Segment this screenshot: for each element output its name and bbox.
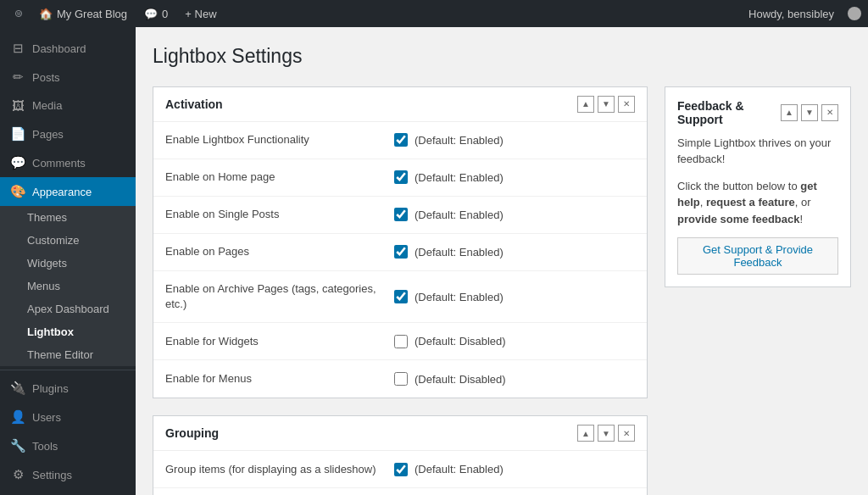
settings-icon: ⚙ — [10, 467, 25, 482]
activation-controls: ▲ ▼ ✕ — [577, 96, 635, 113]
feedback-title-text: Feedback & Support — [677, 99, 781, 126]
grouping-close-button[interactable]: ✕ — [618, 425, 635, 442]
appearance-submenu: Themes Customize Widgets Menus Apex Dash… — [0, 206, 136, 366]
default-text-enable-archive: (Default: Enabled) — [415, 291, 504, 303]
submenu-item-themes[interactable]: Themes — [0, 206, 136, 229]
activation-close-button[interactable]: ✕ — [618, 96, 635, 113]
checkbox-enable-single[interactable] — [394, 208, 408, 221]
site-name-text: My Great Blog — [57, 8, 127, 20]
setting-label-enable-archive: Enable on Archive Pages (tags, categorie… — [165, 281, 394, 312]
house-icon: 🏠 — [39, 8, 53, 20]
sidebar-item-comments[interactable]: 💬 Comments — [0, 148, 136, 177]
sidebar-item-label: Media — [32, 99, 62, 112]
feedback-title-row: Feedback & Support ▲ ▼ ✕ — [677, 99, 838, 126]
submenu-item-apex-dashboard[interactable]: Apex Dashboard — [0, 298, 136, 320]
setting-control-enable-home: (Default: Enabled) — [394, 170, 504, 184]
sidebar-item-label: Settings — [32, 469, 72, 481]
default-text-enable-single: (Default: Enabled) — [415, 209, 504, 221]
wp-logo[interactable]: W — [7, 0, 31, 27]
feedback-down-button[interactable]: ▼ — [801, 104, 818, 121]
setting-label-enable-home: Enable on Home page — [165, 170, 394, 185]
activation-up-button[interactable]: ▲ — [577, 96, 594, 113]
sidebar-item-settings[interactable]: ⚙ Settings — [0, 460, 136, 489]
sidebar-item-collapse[interactable]: « Collapse menu — [0, 489, 136, 495]
posts-icon: ✏ — [10, 70, 25, 85]
pages-icon: 📄 — [10, 126, 25, 142]
activation-down-button[interactable]: ▼ — [598, 96, 615, 113]
setting-row-enable-lightbox: Enable Lightbox Functionality (Default: … — [153, 122, 647, 159]
side-column: Feedback & Support ▲ ▼ ✕ Simple Lightbox… — [665, 86, 851, 288]
content-columns: Activation ▲ ▼ ✕ Enable Lightbox Functio… — [153, 86, 851, 495]
feedback-support-button[interactable]: Get Support & Provide Feedback — [677, 237, 838, 275]
wrap: Lightbox Settings Activation ▲ ▼ ✕ — [153, 44, 851, 495]
default-text-group-items: (Default: Enabled) — [415, 463, 504, 476]
sidebar-item-label: Comments — [32, 157, 86, 170]
submenu-item-customize[interactable]: Customize — [0, 229, 136, 252]
checkbox-enable-menus[interactable] — [394, 372, 408, 386]
new-label: + New — [185, 8, 216, 20]
setting-control-enable-widgets: (Default: Disabled) — [394, 335, 506, 348]
sidebar-item-users[interactable]: 👤 Users — [0, 403, 136, 431]
setting-label-enable-widgets: Enable for Widgets — [165, 334, 394, 349]
sidebar-item-tools[interactable]: 🔧 Tools — [0, 431, 136, 460]
default-text-enable-menus: (Default: Disabled) — [415, 373, 506, 386]
appearance-icon: 🎨 — [10, 184, 25, 199]
checkbox-enable-pages[interactable] — [394, 245, 408, 259]
grouping-up-button[interactable]: ▲ — [577, 425, 594, 442]
checkbox-enable-widgets[interactable] — [394, 335, 408, 348]
checkbox-group-items[interactable] — [394, 463, 408, 476]
grouping-title: Grouping — [165, 426, 219, 440]
activation-title: Activation — [165, 97, 223, 111]
setting-label-enable-single: Enable on Single Posts — [165, 207, 394, 222]
feedback-title-controls: ▲ ▼ ✕ — [781, 104, 838, 121]
main-content: Lightbox Settings Activation ▲ ▼ ✕ — [136, 27, 868, 495]
checkbox-enable-archive[interactable] — [394, 290, 408, 303]
comments-bar-item[interactable]: 💬 0 — [136, 0, 176, 27]
sidebar-item-appearance[interactable]: 🎨 Appearance — [0, 177, 136, 206]
sidebar-item-label: Tools — [32, 440, 58, 453]
main-column: Activation ▲ ▼ ✕ Enable Lightbox Functio… — [153, 86, 648, 495]
sidebar-item-media[interactable]: 🖼 Media — [0, 92, 136, 120]
sidebar-item-label: Appearance — [32, 186, 92, 198]
sidebar-item-label: Dashboard — [32, 42, 86, 55]
activation-header: Activation ▲ ▼ ✕ — [153, 87, 647, 122]
avatar — [848, 7, 861, 20]
submenu-item-widgets[interactable]: Widgets — [0, 252, 136, 275]
setting-label-enable-menus: Enable for Menus — [165, 371, 394, 387]
checkbox-enable-lightbox[interactable] — [394, 133, 408, 147]
site-name-bar[interactable]: 🏠 My Great Blog — [31, 0, 136, 27]
checkbox-enable-home[interactable] — [394, 170, 408, 184]
feedback-up-button[interactable]: ▲ — [781, 104, 798, 121]
comments-count: 0 — [162, 8, 168, 20]
sidebar-item-label: Posts — [32, 71, 60, 84]
sidebar-item-dashboard[interactable]: ⊟ Dashboard — [0, 34, 136, 63]
sidebar-item-pages[interactable]: 📄 Pages — [0, 120, 136, 148]
setting-label-enable-pages: Enable on Pages — [165, 244, 394, 259]
howdy-text: Howdy, bensibley — [748, 8, 839, 20]
new-bar-item[interactable]: + New — [176, 0, 225, 27]
setting-control-enable-archive: (Default: Enabled) — [394, 290, 504, 303]
tools-icon: 🔧 — [10, 438, 25, 453]
setting-control-enable-menus: (Default: Disabled) — [394, 372, 506, 386]
sidebar-item-posts[interactable]: ✏ Posts — [0, 63, 136, 92]
admin-menu: ⊟ Dashboard ✏ Posts 🖼 Media 📄 Pages 💬 Co… — [0, 27, 136, 495]
sidebar-item-label: Pages — [32, 128, 64, 141]
submenu-item-menus[interactable]: Menus — [0, 275, 136, 298]
grouping-down-button[interactable]: ▼ — [598, 425, 615, 442]
submenu-item-theme-editor[interactable]: Theme Editor — [0, 343, 136, 366]
grouping-postbox: Grouping ▲ ▼ ✕ Group items (for displayi… — [153, 415, 648, 495]
submenu-item-lightbox[interactable]: Lightbox — [0, 320, 136, 343]
sidebar-item-label: Users — [32, 411, 61, 424]
setting-row-enable-menus: Enable for Menus (Default: Disabled) — [153, 360, 647, 398]
admin-bar: W 🏠 My Great Blog 💬 0 + New Howdy, bensi… — [0, 0, 868, 27]
sidebar-item-plugins[interactable]: 🔌 Plugins — [0, 374, 136, 403]
feedback-close-button[interactable]: ✕ — [821, 104, 838, 121]
setting-row-enable-home: Enable on Home page (Default: Enabled) — [153, 159, 647, 197]
feedback-bold-feature: request a feature — [706, 196, 795, 209]
comments-icon: 💬 — [144, 8, 158, 20]
setting-row-enable-single: Enable on Single Posts (Default: Enabled… — [153, 197, 647, 234]
setting-control-enable-single: (Default: Enabled) — [394, 208, 504, 221]
wp-wrap: ⊟ Dashboard ✏ Posts 🖼 Media 📄 Pages 💬 Co… — [0, 27, 868, 495]
activation-postbox: Activation ▲ ▼ ✕ Enable Lightbox Functio… — [153, 86, 648, 398]
setting-control-enable-pages: (Default: Enabled) — [394, 245, 504, 259]
